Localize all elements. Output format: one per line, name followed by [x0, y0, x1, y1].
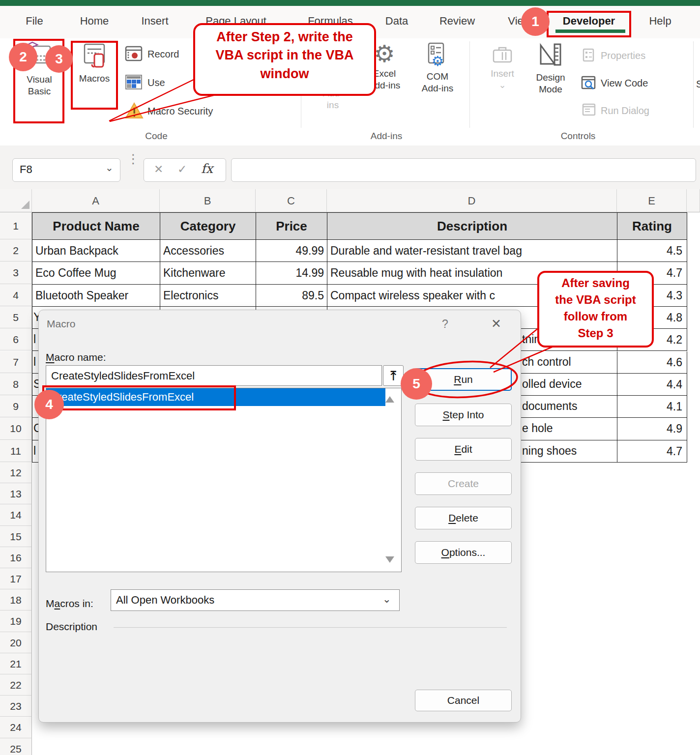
formula-buttons: ✕ ✓ fx	[144, 158, 226, 182]
column-header-C[interactable]: C	[256, 189, 327, 212]
cell-E8[interactable]: 4.4	[617, 374, 687, 396]
row-header-11[interactable]: 11	[0, 440, 32, 462]
cell-B3[interactable]: Kitchenware	[160, 262, 256, 284]
cell-C2[interactable]: 49.99	[256, 240, 327, 262]
row-header-5[interactable]: 5	[0, 306, 32, 328]
cell-E9[interactable]: 4.1	[617, 396, 687, 418]
step-badge-2: 2	[9, 43, 37, 71]
cell-E11[interactable]: 4.7	[617, 440, 687, 463]
name-box[interactable]: F8 ⌄	[12, 158, 120, 182]
dialog-help-icon[interactable]: ?	[442, 318, 448, 331]
dropdown-chevron-icon: ⌄	[382, 593, 391, 605]
com-addins-icon: ⚙	[425, 42, 450, 68]
macro-list[interactable]: CreateStyledSlidesFromExcel	[46, 388, 402, 572]
run-dialog-icon	[582, 103, 596, 116]
step-into-button[interactable]: Step Into	[415, 404, 512, 426]
select-all-corner[interactable]	[0, 189, 32, 212]
macro-list-item[interactable]: CreateStyledSlidesFromExcel	[46, 388, 385, 406]
macros-button[interactable]: Macros	[72, 42, 117, 85]
step-badge-1: 1	[521, 7, 550, 36]
cell-E2[interactable]: 4.5	[617, 240, 687, 262]
cell-E7[interactable]: 4.6	[617, 351, 687, 374]
cell-E10[interactable]: 4.9	[617, 418, 687, 440]
row-header-19[interactable]: 19	[0, 610, 32, 632]
row-header-4[interactable]: 4	[0, 284, 32, 306]
tab-home[interactable]: Home	[80, 15, 109, 28]
insert-function-icon[interactable]: fx	[201, 161, 213, 176]
cancel-entry-icon[interactable]: ✕	[154, 163, 163, 176]
cell-A2[interactable]: Urban Backpack	[32, 240, 160, 262]
macros-label: Macros	[72, 73, 117, 85]
cell-B2[interactable]: Accessories	[160, 240, 256, 262]
cancel-button[interactable]: Cancel	[415, 690, 512, 711]
row-header-15[interactable]: 15	[0, 526, 32, 547]
row-header-22[interactable]: 22	[0, 674, 32, 696]
macro-name-input[interactable]: CreateStyledSlidesFromExcel	[46, 365, 382, 386]
insert-dropdown-chevron-icon[interactable]: ⌄	[487, 81, 518, 89]
tab-developer[interactable]: Developer	[563, 15, 615, 28]
design-mode-button[interactable]: Design Mode	[530, 42, 571, 95]
cell-A5-fragment: Y	[33, 306, 38, 328]
row-header-6[interactable]: 6	[0, 328, 32, 350]
step-badge-5: 5	[401, 368, 432, 400]
column-header-B[interactable]: B	[160, 189, 256, 212]
row-header-9[interactable]: 9	[0, 395, 32, 417]
cell-A10-fragment: C	[33, 417, 38, 439]
visual-basic-label: Visual Basic	[15, 74, 64, 97]
column-header-A[interactable]: A	[32, 189, 160, 212]
cell-C4[interactable]: 89.5	[256, 285, 327, 307]
insert-control-button[interactable]: Insert ⌄	[487, 44, 518, 89]
com-addins-button[interactable]: ⚙ COM Add-ins	[414, 42, 461, 94]
tab-review[interactable]: Review	[439, 15, 475, 28]
row-header-24[interactable]: 24	[0, 717, 32, 738]
dialog-title: Macro	[47, 318, 75, 330]
formula-input[interactable]	[231, 158, 696, 182]
cell-B4[interactable]: Electronics	[160, 285, 256, 307]
column-header-D[interactable]: D	[327, 189, 617, 212]
cell-D2[interactable]: Durable and water-resistant travel bag	[327, 240, 617, 262]
row-header-2[interactable]: 2	[0, 239, 32, 261]
row-header-1[interactable]: 1	[0, 212, 32, 239]
name-box-chevron-icon[interactable]: ⌄	[105, 162, 114, 174]
cell-C3[interactable]: 14.99	[256, 262, 327, 284]
row-header-17[interactable]: 17	[0, 568, 32, 589]
macro-dialog: Macro ? ✕ Macro name: CreateStyledSlides…	[38, 310, 521, 723]
step-badge-3: 3	[45, 45, 73, 73]
row-header-13[interactable]: 13	[0, 483, 32, 504]
tab-insert[interactable]: Insert	[141, 15, 168, 28]
row-header-23[interactable]: 23	[0, 696, 32, 717]
cell-A4[interactable]: Bluetooth Speaker	[32, 285, 160, 307]
macro-security-label: Macro Security	[147, 106, 213, 117]
column-header-E[interactable]: E	[617, 189, 687, 212]
row-header-20[interactable]: 20	[0, 632, 32, 653]
row-header-21[interactable]: 21	[0, 653, 32, 674]
use-relative-references-icon	[124, 74, 144, 90]
scroll-up-icon[interactable]	[385, 396, 394, 403]
callout-line: the VBA script	[539, 291, 652, 308]
edit-button[interactable]: Edit	[415, 438, 512, 461]
row-header-14[interactable]: 14	[0, 504, 32, 525]
tab-help[interactable]: Help	[649, 15, 671, 28]
controls-group-label: Controls	[561, 131, 596, 142]
row-header-10[interactable]: 10	[0, 417, 32, 439]
options-button[interactable]: Options...	[415, 541, 512, 564]
cell-A3[interactable]: Eco Coffee Mug	[32, 262, 160, 284]
macros-in-dropdown[interactable]: All Open Workbooks ⌄	[111, 589, 400, 611]
row-header-7[interactable]: 7	[0, 351, 32, 373]
scroll-down-icon[interactable]	[385, 556, 394, 563]
tab-data[interactable]: Data	[385, 15, 408, 28]
dialog-close-icon[interactable]: ✕	[491, 317, 501, 331]
tab-file[interactable]: File	[26, 15, 43, 28]
row-header-18[interactable]: 18	[0, 589, 32, 610]
row-header-12[interactable]: 12	[0, 462, 32, 483]
row-header-8[interactable]: 8	[0, 373, 32, 395]
macros-in-label: Macros in:	[46, 598, 93, 610]
column-header-f[interactable]	[687, 189, 700, 212]
delete-button[interactable]: Delete	[415, 507, 512, 529]
formula-bar-grip-icon[interactable]: ⋮	[127, 151, 140, 167]
row-header-3[interactable]: 3	[0, 261, 32, 284]
macro-security-warning-icon	[125, 102, 144, 119]
row-header-25[interactable]: 25	[0, 738, 32, 755]
enter-entry-icon[interactable]: ✓	[177, 163, 187, 176]
row-header-16[interactable]: 16	[0, 547, 32, 568]
